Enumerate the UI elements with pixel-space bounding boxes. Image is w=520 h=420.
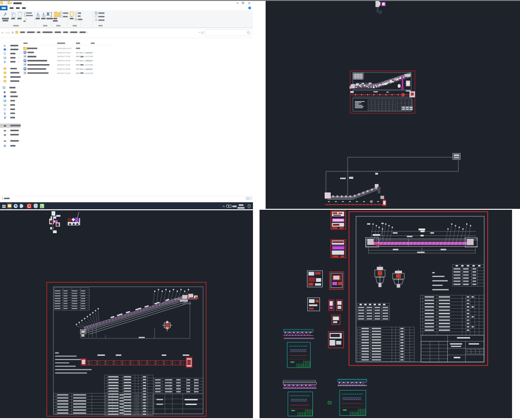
svg-text:2021/3/20 15:21: 2021/3/20 15:21	[57, 47, 72, 50]
svg-text:BMP: BMP	[76, 64, 80, 66]
svg-text:2016/7/4 10:50: 2016/7/4 10:50	[57, 68, 71, 70]
svg-text:3,075 KB: 3,075 KB	[85, 72, 93, 74]
svg-text:2016/7/4 10:50: 2016/7/4 10:50	[57, 59, 71, 62]
svg-text:3,075 KB: 3,075 KB	[85, 55, 93, 58]
svg-text:474 KB: 474 KB	[86, 52, 93, 54]
svg-text:2016/7/4 10:50: 2016/7/4 10:50	[57, 52, 71, 54]
svg-text:2021/4/7 11:26: 2021/4/7 11:26	[57, 64, 70, 66]
svg-text:2021/4/7 11:26: 2021/4/7 11:26	[57, 55, 70, 58]
svg-text:901 KB: 901 KB	[86, 68, 93, 70]
svg-text:S: S	[41, 205, 43, 207]
svg-text:281 KB: 281 KB	[86, 59, 93, 62]
svg-text:2021/4/7 11:26: 2021/4/7 11:26	[57, 72, 70, 74]
svg-text:BMP: BMP	[76, 72, 80, 74]
svg-text:3,075 KB: 3,075 KB	[85, 64, 93, 66]
svg-text:7: 7	[2, 198, 3, 200]
svg-text:BMP: BMP	[76, 55, 80, 58]
